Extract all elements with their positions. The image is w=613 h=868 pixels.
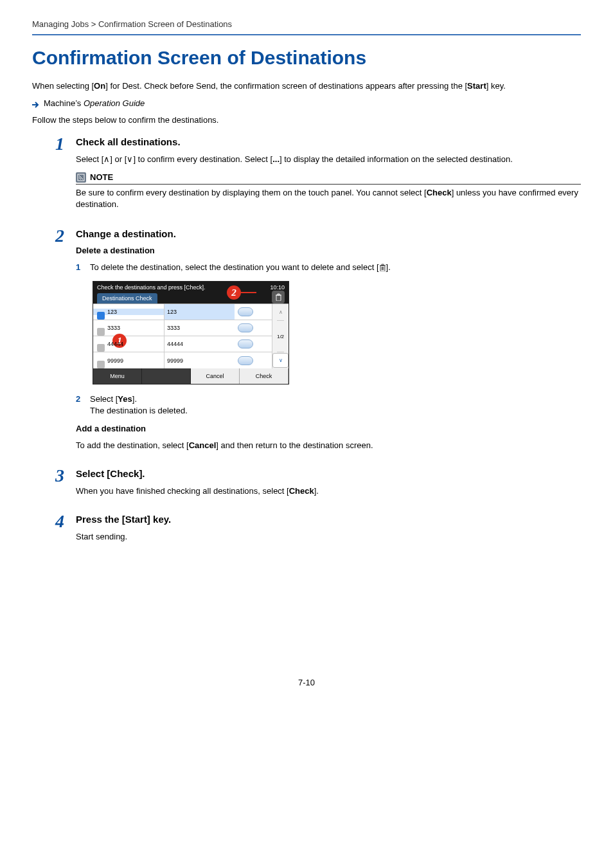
details-button[interactable] — [238, 307, 253, 316]
panel-trash-button[interactable] — [272, 291, 285, 303]
destination-row-3[interactable]: 44444 44444 — [93, 336, 272, 352]
substep-2-number: 2 — [76, 393, 85, 417]
note-icon — [76, 172, 86, 183]
lead-paragraph: Follow the steps below to confirm the de… — [32, 114, 581, 126]
step-1-body: Select [∧] or [∨] to confirm every desti… — [76, 154, 581, 165]
destination-number: 99999 — [164, 352, 235, 368]
substep-2-action: Select [Yes]. — [90, 394, 137, 404]
destination-number: 3333 — [164, 320, 235, 336]
destination-row-1[interactable]: 123 123 — [93, 304, 272, 320]
divider-top — [32, 34, 581, 35]
step-1: 1 Check all destinations. Select [∧] or … — [32, 135, 581, 218]
cancel-button[interactable]: Cancel — [191, 368, 240, 384]
step-number-1: 1 — [55, 134, 64, 154]
substep-1-number: 1 — [76, 262, 85, 275]
substep-2: 2 Select [Yes]. The destination is delet… — [76, 393, 581, 417]
destination-name: 44444 — [93, 341, 164, 347]
spacer-button — [142, 368, 191, 384]
page-title: Confirmation Screen of Destinations — [32, 47, 581, 69]
substep-1: 1 To delete the destination, select the … — [76, 262, 581, 275]
cross-reference[interactable]: Machine’s Operation Guide — [32, 98, 581, 108]
touch-panel: 2 Check the destinations and press [Chec… — [93, 281, 289, 384]
note-divider — [76, 184, 581, 185]
destination-name: 123 — [93, 309, 164, 315]
step-4: 4 Press the [Start] key. Start sending. — [32, 512, 581, 549]
intro-paragraph: When selecting [On] for Dest. Check befo… — [32, 80, 581, 92]
step-3-title: Select [Check]. — [76, 468, 581, 479]
step-2: 2 Change a destination. Delete a destina… — [32, 227, 581, 458]
substep-2-result: The destination is deleted. — [90, 406, 188, 415]
add-destination-heading: Add a destination — [76, 424, 581, 433]
breadcrumb: Managing Jobs > Confirmation Screen of D… — [32, 19, 581, 29]
destination-row-4[interactable]: 99999 99999 — [93, 352, 272, 368]
details-button[interactable] — [238, 323, 253, 332]
delete-destination-heading: Delete a destination — [76, 246, 581, 255]
panel-time: 10:10 — [270, 284, 285, 291]
step-3: 3 Select [Check]. When you have finished… — [32, 467, 581, 503]
note-body: Be sure to confirm every destination by … — [76, 187, 581, 210]
check-button[interactable]: Check — [240, 368, 289, 384]
destination-name: 99999 — [93, 357, 164, 364]
panel-instruction: Check the destinations and press [Check]… — [97, 284, 206, 291]
add-destination-text: To add the destination, select [Cancel] … — [76, 440, 581, 451]
step-number-4: 4 — [55, 511, 64, 531]
step-1-title: Check all destinations. — [76, 136, 581, 147]
details-button[interactable] — [238, 339, 253, 348]
page-indicator: 1/2 — [277, 320, 284, 352]
note-box: NOTE Be sure to confirm every destinatio… — [76, 172, 581, 210]
substep-1-text: To delete the destination, select the de… — [90, 262, 581, 275]
details-button[interactable] — [238, 356, 253, 365]
page-number: 7-10 — [32, 678, 581, 687]
panel-tab[interactable]: Destinations Check — [97, 293, 157, 303]
step-2-title: Change a destination. — [76, 228, 581, 239]
arrow-icon — [32, 100, 40, 107]
scroll-down-button[interactable]: ∨ — [272, 353, 289, 368]
destination-number: 123 — [164, 304, 235, 320]
step-4-body: Start sending. — [76, 531, 581, 543]
destination-number: 44444 — [164, 336, 235, 352]
step-number-2: 2 — [55, 226, 64, 246]
step-number-3: 3 — [55, 466, 64, 485]
step-3-body: When you have finished checking all dest… — [76, 485, 581, 497]
step-4-title: Press the [Start] key. — [76, 514, 581, 525]
destination-row-2[interactable]: 3333 3333 — [93, 320, 272, 336]
menu-button[interactable]: Menu — [93, 368, 142, 384]
scroll-up-button[interactable]: ∧ — [272, 304, 289, 320]
cross-reference-text: Machine’s Operation Guide — [44, 98, 145, 108]
destination-name: 3333 — [93, 325, 164, 331]
trash-icon — [379, 263, 386, 275]
note-label: NOTE — [90, 172, 113, 182]
